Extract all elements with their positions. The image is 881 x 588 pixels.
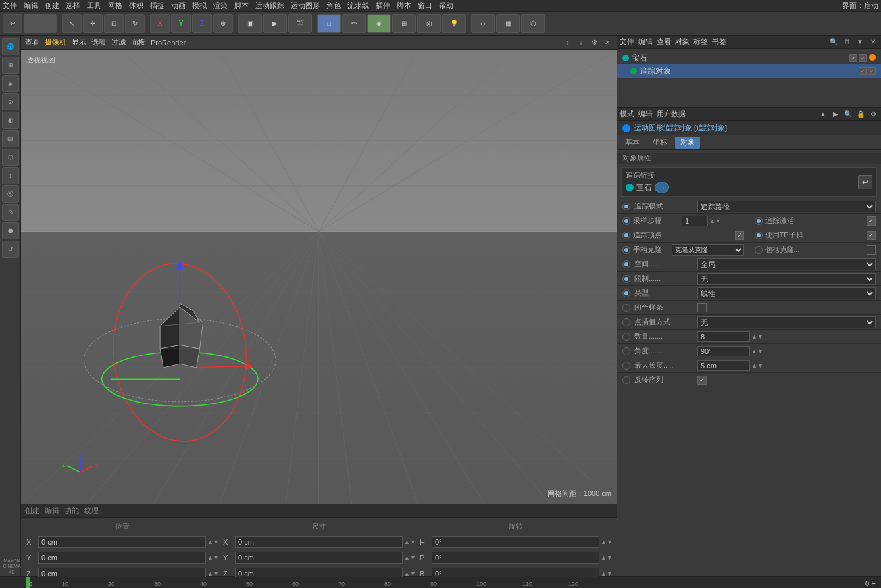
count-input[interactable] — [697, 331, 750, 342]
close-spline-cb[interactable] — [697, 303, 707, 312]
view-mesh[interactable]: ⊞ — [392, 14, 416, 33]
menu-character[interactable]: 角色 — [326, 1, 341, 11]
pos-x-input[interactable] — [38, 536, 206, 548]
tool-extra2[interactable]: ▦ — [496, 14, 520, 33]
rot-p-stepper[interactable]: ▲▼ — [602, 552, 611, 564]
vp-tab-options[interactable]: 选项 — [91, 37, 106, 47]
axis-z[interactable]: Z — [192, 14, 212, 33]
attr-icon-arrow-up[interactable]: ▲ — [818, 109, 828, 120]
tracking-mode-select[interactable]: 追踪路径 — [697, 201, 876, 212]
limit-select[interactable]: 无 — [697, 273, 876, 285]
menu-volume[interactable]: 体积 — [129, 1, 143, 11]
count-radio[interactable] — [622, 333, 630, 341]
menu-script2[interactable]: 脚本 — [397, 1, 411, 11]
menu-file[interactable]: 文件 — [3, 1, 17, 11]
reverse-seq-radio[interactable] — [622, 376, 630, 384]
vp-tab-panel[interactable]: 面板 — [131, 37, 145, 47]
tracking-mode-radio[interactable] — [622, 203, 630, 210]
pos-y-input[interactable] — [38, 552, 206, 564]
vp-icon-settings[interactable]: ⚙ — [589, 37, 599, 48]
scale-tool[interactable]: ⊡ — [104, 14, 124, 33]
tracking-vertex-radio[interactable] — [622, 232, 630, 239]
sample-step-stepper[interactable]: ▲▼ — [711, 215, 720, 227]
menu-animate[interactable]: 动画 — [171, 1, 186, 11]
move-tool[interactable]: ✛ — [83, 14, 103, 33]
sidebar-icon-10[interactable]: ⬣ — [2, 222, 19, 239]
menu-plugins[interactable]: 插件 — [376, 1, 390, 11]
menu-motion-tracking[interactable]: 运动跟踪 — [255, 1, 284, 11]
count-stepper[interactable]: ▲▼ — [753, 331, 762, 343]
objmgr-menu-bookmark[interactable]: 书签 — [712, 37, 726, 47]
pos-x-stepper[interactable]: ▲▼ — [209, 536, 218, 548]
attr-icon-arrow[interactable]: ▶ — [830, 109, 841, 120]
sidebar-globe-icon[interactable]: 🌐 — [2, 38, 19, 55]
gem-cb1[interactable]: ✓ — [849, 54, 857, 62]
menu-render[interactable]: 渲染 — [213, 1, 228, 11]
tool-extra3[interactable]: ⬡ — [521, 14, 545, 33]
tracking-active-radio[interactable] — [755, 217, 763, 225]
coord-menu-texture[interactable]: 纹理 — [84, 506, 99, 516]
max-length-stepper[interactable]: ▲▼ — [753, 360, 762, 372]
vp-tab-camera[interactable]: 摄像机 — [45, 37, 66, 47]
objmgr-icon-3[interactable]: ▼ — [855, 37, 865, 47]
use-tp-cb[interactable]: ✓ — [867, 231, 876, 240]
tracking-active-cb[interactable]: ✓ — [867, 216, 876, 226]
menu-snap[interactable]: 插捉 — [150, 1, 164, 11]
include-clone-cb[interactable] — [867, 245, 876, 255]
menu-mesh[interactable]: 网格 — [108, 1, 122, 11]
axis-y[interactable]: Y — [171, 14, 191, 33]
select-tool[interactable]: ↖ — [62, 14, 82, 33]
sidebar-icon-4[interactable]: ◐ — [2, 112, 19, 129]
menu-mograph[interactable]: 运动图形 — [291, 1, 320, 11]
obj-item-gem[interactable]: 宝石 ✓ ✓ — [617, 51, 881, 64]
objmgr-search-icon[interactable]: 🔍 — [828, 37, 839, 47]
render-to-pic[interactable]: 🎬 — [288, 14, 312, 33]
sidebar-icon-3[interactable]: ⊘ — [2, 93, 19, 110]
reverse-seq-cb[interactable]: ✓ — [697, 376, 707, 385]
attr-search-icon[interactable]: 🔍 — [843, 109, 853, 120]
max-length-radio[interactable] — [622, 362, 630, 370]
use-tp-radio[interactable] — [755, 232, 763, 239]
menu-window[interactable]: 窗口 — [418, 1, 432, 11]
view-cam[interactable]: ◎ — [417, 14, 441, 33]
redo-button[interactable] — [24, 14, 57, 33]
render-region[interactable]: ▣ — [238, 14, 262, 33]
space-radio[interactable] — [622, 260, 630, 268]
size-x-input[interactable] — [235, 536, 403, 548]
tracking-link-clear-btn[interactable]: ↩ — [858, 175, 872, 189]
type-select[interactable]: 线性 — [697, 287, 876, 299]
sidebar-icon-1[interactable]: ⊞ — [2, 57, 19, 74]
angle-radio[interactable] — [622, 347, 630, 355]
attr-settings-icon[interactable]: ⚙ — [868, 109, 878, 120]
view-draw[interactable]: ✏ — [342, 14, 366, 33]
sample-step-input[interactable] — [682, 216, 708, 226]
view-cube[interactable]: □ — [317, 14, 341, 33]
sample-step-radio[interactable] — [622, 217, 630, 225]
attr-menu-userdata[interactable]: 用户数据 — [657, 109, 686, 119]
limit-radio[interactable] — [622, 275, 630, 283]
sidebar-icon-6[interactable]: ⬡ — [2, 149, 19, 166]
vp-icon-close[interactable]: ✕ — [602, 37, 613, 48]
attr-lock-icon[interactable]: 🔒 — [855, 109, 866, 120]
tool-extra1[interactable]: ◇ — [471, 14, 495, 33]
track-cb1[interactable]: ✓ — [859, 67, 867, 75]
coord-menu-edit[interactable]: 编辑 — [45, 506, 59, 516]
vp-icon-move[interactable]: ↕ — [563, 37, 573, 48]
menu-select[interactable]: 选择 — [66, 1, 80, 11]
sidebar-icon-7[interactable]: ↕ — [2, 167, 19, 184]
pos-y-stepper[interactable]: ▲▼ — [209, 552, 218, 564]
sidebar-icon-8[interactable]: Ⓢ — [2, 185, 19, 203]
objmgr-menu-view[interactable]: 查看 — [657, 37, 671, 47]
objmgr-menu-object[interactable]: 对象 — [675, 37, 690, 47]
handle-clone-radio[interactable] — [622, 246, 630, 254]
attr-tab-basic[interactable]: 基本 — [620, 137, 645, 149]
viewport-3d[interactable]: 透视视图 X Z Y 网格间距：1000 cm — [21, 50, 617, 504]
rot-h-input[interactable] — [432, 536, 599, 548]
obj-item-track[interactable]: 追踪对象 ✓ ✓ — [617, 64, 881, 78]
coord-menu-functions[interactable]: 功能 — [64, 506, 79, 516]
menu-help[interactable]: 帮助 — [439, 1, 453, 11]
type-radio[interactable] — [622, 289, 630, 297]
tracking-link-sphere-btn[interactable]: ○ — [655, 182, 669, 193]
include-clone-radio[interactable] — [755, 246, 763, 254]
angle-input[interactable] — [697, 346, 750, 356]
